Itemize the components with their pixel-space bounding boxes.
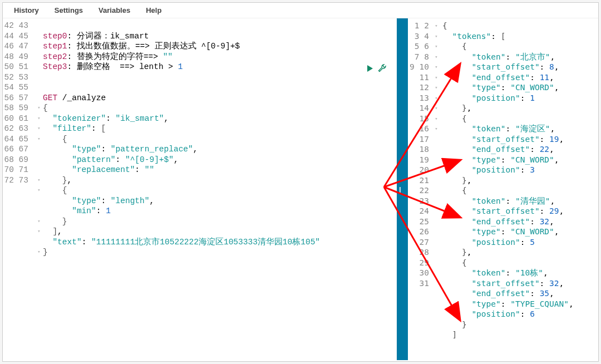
request-editor[interactable]: 42 43 44 45 46 47 48 49 50 51 52 53 54 5… — [3, 18, 397, 360]
drag-handle-icon[interactable]: || — [399, 186, 400, 193]
menu-help[interactable]: Help — [146, 6, 161, 14]
fold-gutter-right: ▾▾▾▾▾▾▾▾▾▾▾ — [433, 18, 439, 360]
menu-settings[interactable]: Settings — [55, 6, 83, 14]
response-viewer[interactable]: 1 2 3 4 5 6 7 8 9 10 11 12 13 14 15 16 1… — [408, 18, 598, 360]
wrench-icon[interactable] — [378, 64, 387, 75]
line-gutter-right: 1 2 3 4 5 6 7 8 9 10 11 12 13 14 15 16 1… — [408, 18, 433, 360]
response-code: { "tokens": [ { "token": "北京市", "start_o… — [439, 18, 598, 360]
fold-gutter-left: ▾▾▾▾▾▾▾▾▾ — [36, 18, 42, 350]
menu-bar: History Settings Variables Help — [3, 3, 598, 18]
split-divider[interactable]: || — [397, 18, 408, 360]
run-icon[interactable] — [366, 64, 375, 75]
line-gutter-left: 42 43 44 45 46 47 48 49 50 51 52 53 54 5… — [3, 18, 34, 360]
request-code[interactable]: step0: 分词器：ik_smart step1: 找出数值数据。==> 正则… — [34, 18, 397, 360]
menu-history[interactable]: History — [14, 6, 39, 14]
menu-variables[interactable]: Variables — [98, 6, 130, 14]
